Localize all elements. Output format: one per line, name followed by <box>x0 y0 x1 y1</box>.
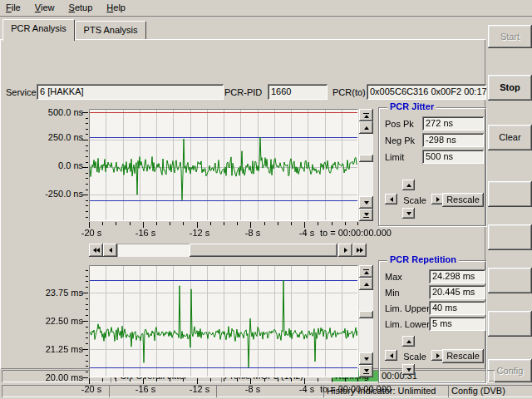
pos-pk-field: 272 ns <box>422 116 484 131</box>
jitter-scroll-up-icon[interactable] <box>359 121 373 134</box>
time-hscrollbar[interactable] <box>89 244 367 257</box>
min-label: Min <box>385 288 400 298</box>
rep-vscroll-thumb[interactable] <box>359 311 373 318</box>
jitter-ytick-0: 0.0 ns <box>23 160 83 170</box>
jitter-xtick-5: -4 s <box>290 228 323 238</box>
jitter-scale-down-icon[interactable] <box>402 208 415 219</box>
pcr-repetition-chart <box>79 265 373 388</box>
menu-view[interactable]: View <box>29 0 61 14</box>
tab-pts-analysis[interactable]: PTS Analysis <box>75 21 146 39</box>
side-button-blank-2[interactable] <box>488 224 532 250</box>
jitter-rescale-button[interactable]: Rescale <box>442 193 484 207</box>
rep-scroll-top-icon[interactable] <box>359 265 373 278</box>
service-label: Service <box>6 87 37 97</box>
rep-scroll-up-icon[interactable] <box>359 278 373 290</box>
jitter-xtick-1: -20 s <box>75 228 108 238</box>
rep-scroll-bottom-icon[interactable] <box>359 365 373 377</box>
rep-xtick-5: -4 s <box>290 384 323 394</box>
jitter-scale-label: Scale <box>401 195 429 205</box>
hscroll-thumb[interactable] <box>190 244 337 257</box>
jitter-xtick-3: -12 s <box>183 228 216 238</box>
limit-field: 500 ns <box>422 150 484 164</box>
side-button-blank-1[interactable] <box>488 181 532 207</box>
lim-lower-label: Lim. Lower <box>385 319 430 329</box>
scroll-far-right-icon[interactable] <box>352 244 367 257</box>
scroll-right-icon[interactable] <box>338 244 352 257</box>
pcr-jitter-chart <box>79 109 373 232</box>
lim-upper-field: 40 ms <box>429 301 485 315</box>
rep-scale-left-icon[interactable] <box>385 350 397 361</box>
pcr-jitter-group-title: PCR Jitter <box>387 101 436 111</box>
rep-ytick-2375: 23.75 ms <box>23 288 83 298</box>
neg-pk-label: Neg Pk <box>385 135 415 145</box>
hscroll-track[interactable] <box>117 244 190 257</box>
scroll-far-left-icon[interactable] <box>89 244 103 257</box>
rep-rescale-button[interactable]: Rescale <box>442 349 484 363</box>
pos-pk-label: Pos Pk <box>385 119 414 129</box>
jitter-scale-up-icon[interactable] <box>402 180 415 190</box>
menu-help[interactable]: Help <box>101 0 131 14</box>
rep-scale-down-icon[interactable] <box>402 364 415 375</box>
rep-ytick-2000: 20.00 ms <box>23 372 83 382</box>
pcr-repetition-group-title: PCR Repetition <box>387 254 459 264</box>
service-field[interactable]: 6 [HAKKA] <box>37 84 224 100</box>
jitter-ytick-500: 500.0 ns <box>23 107 83 117</box>
rep-xtick-1: -20 s <box>75 384 108 394</box>
pcr-to-label: PCR(to) <box>332 87 366 97</box>
pcr-pid-label: PCR-PID <box>224 87 262 97</box>
jitter-scroll-down-icon[interactable] <box>359 196 373 209</box>
max-label: Max <box>385 272 402 282</box>
jitter-xtick-4: -8 s <box>236 228 269 238</box>
jitter-xtick-2: -16 s <box>129 228 162 238</box>
stop-button[interactable]: Stop <box>488 75 532 101</box>
lim-lower-field: 5 ms <box>429 317 485 331</box>
neg-pk-field: -298 ns <box>422 133 484 147</box>
rep-scale-label: Scale <box>401 352 429 362</box>
pcr-jitter-group: PCR Jitter Pos Pk 272 ns Neg Pk -298 ns … <box>378 107 486 226</box>
menu-bar: File View Setup Help <box>0 0 532 17</box>
clear-button[interactable]: Clear <box>488 125 532 150</box>
min-field: 20.445 ms <box>429 285 485 299</box>
rep-scale-up-icon[interactable] <box>402 336 415 347</box>
side-button-blank-4[interactable] <box>488 311 532 337</box>
jitter-ytick-n250: -250.0 ns <box>23 189 83 199</box>
rep-xtick-2: -16 s <box>129 384 162 394</box>
rep-scroll-down-icon[interactable] <box>359 352 373 365</box>
max-field: 24.298 ms <box>429 269 485 283</box>
rep-xtick-3: -12 s <box>183 384 216 394</box>
lim-upper-label: Lim. Upper <box>385 303 430 313</box>
rep-xtick-4: -8 s <box>236 384 269 394</box>
scroll-left-icon[interactable] <box>103 244 117 257</box>
rep-ytick-2125: 21.25 ms <box>23 344 83 354</box>
limit-label: Limit <box>385 152 404 162</box>
side-button-blank-3[interactable] <box>488 268 532 293</box>
pcr-repetition-group: PCR Repetition Max 24.298 ms Min 20.445 … <box>378 260 486 383</box>
jitter-x-end-label: to = 00:00:00.000 <box>320 228 392 238</box>
rep-vscrollbar[interactable] <box>359 265 373 377</box>
jitter-scale-left-icon[interactable] <box>385 194 397 204</box>
start-button[interactable]: Start <box>488 25 532 48</box>
menu-file[interactable]: File <box>0 0 27 14</box>
tab-pcr-analysis[interactable]: PCR Analysis <box>2 19 75 41</box>
rep-ytick-2250: 22.50 ms <box>23 316 83 326</box>
jitter-vscrollbar[interactable] <box>359 109 373 221</box>
jitter-scroll-top-icon[interactable] <box>359 109 373 121</box>
pcr-pid-field[interactable]: 1660 <box>268 84 328 100</box>
pcr-to-field[interactable]: 0x005C6C316 0x00F2 00:17:5 <box>367 84 486 100</box>
jitter-vscroll-thumb[interactable] <box>359 155 373 162</box>
status-config-standard: Config (DVB) <box>448 385 532 397</box>
rep-x-end-label: to = 00:00:00.000 <box>320 384 392 394</box>
jitter-scroll-bottom-icon[interactable] <box>359 209 373 221</box>
menu-setup[interactable]: Setup <box>63 0 99 14</box>
app-window: File View Setup Help PCR Analysis PTS An… <box>0 0 532 399</box>
main-panel: Service 6 [HAKKA] PCR-PID 1660 PCR(to) 0… <box>0 39 485 369</box>
jitter-ytick-250: 250.0 ns <box>23 132 83 142</box>
